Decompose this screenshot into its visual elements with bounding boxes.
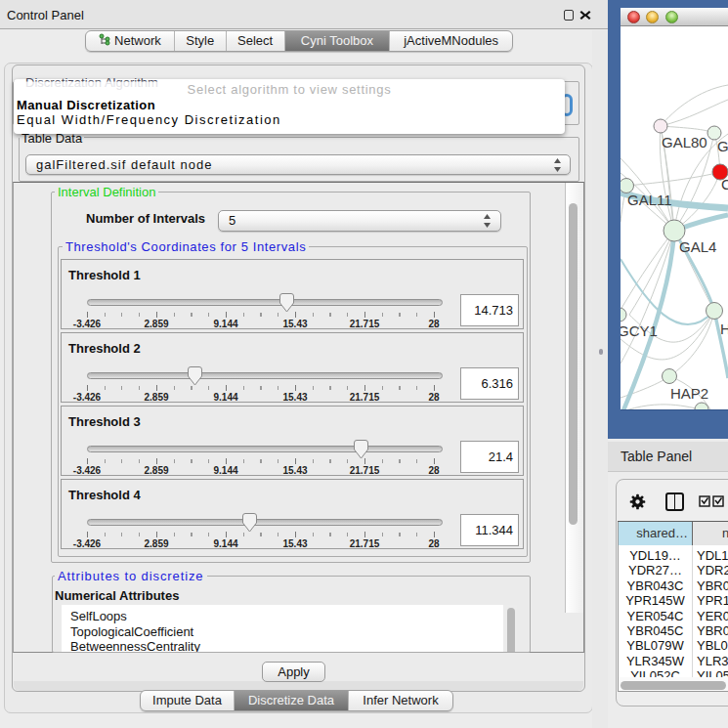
svg-text:GAL11: GAL11 — [627, 192, 672, 208]
svg-text:GCY1: GCY1 — [621, 322, 658, 339]
svg-text:C: C — [721, 176, 728, 193]
svg-text:HAP2: HAP2 — [670, 385, 708, 402]
svg-text:GAL80: GAL80 — [662, 134, 707, 150]
svg-text:H: H — [720, 321, 728, 337]
svg-text:G: G — [717, 138, 728, 154]
svg-text:GAL4: GAL4 — [679, 238, 716, 255]
